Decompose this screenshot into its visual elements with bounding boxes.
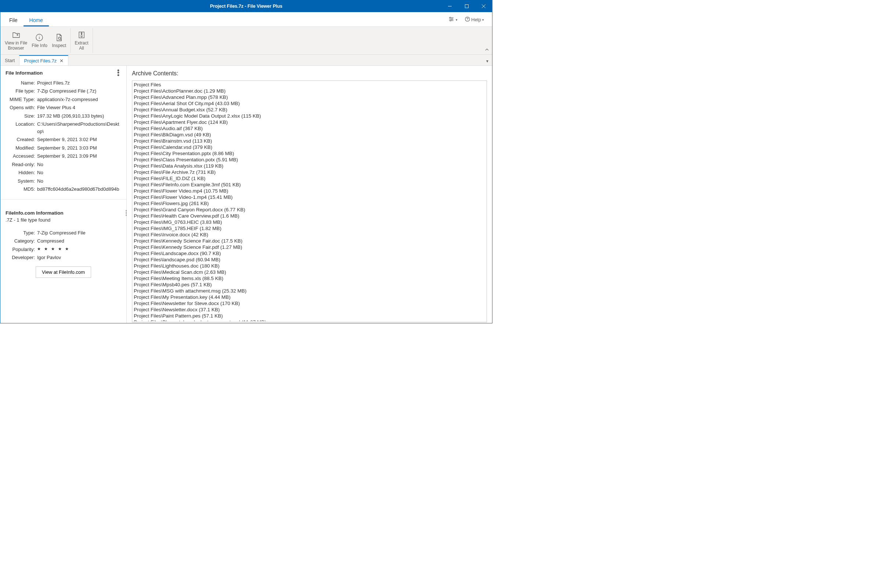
label-accessed: Accessed: [6,153,37,160]
menu-home[interactable]: Home [24,14,49,27]
label-hidden: Hidden: [6,169,37,176]
tabs-overflow-button[interactable]: ▼ [486,59,489,63]
menu-file[interactable]: File [3,14,24,27]
help-dropdown[interactable]: Help ▾ [463,15,486,24]
archive-entry[interactable]: Project Files\ActionPlanner.doc (1.29 MB… [134,88,485,94]
ribbon: View in File Browser File Info Inspect E… [0,27,492,55]
archive-entry[interactable]: Project Files\BlkDiagm.vsd (49 KB) [134,132,485,138]
svg-point-7 [450,17,451,18]
label-fi-developer: Developer: [6,254,37,261]
archive-entry[interactable]: Project Files\Calendar.vsd (379 KB) [134,144,485,150]
archive-entry[interactable]: Project Files\Kennedy Science Fair.pdf (… [134,244,485,250]
label-modified: Modified: [6,144,37,152]
value-readonly: No [37,161,121,168]
archive-entry[interactable]: Project Files\Audio.aif (367 KB) [134,125,485,132]
menubar: File Home ▾ Help ▾ [0,12,492,27]
archive-entry[interactable]: Project Files\Meeting Items.xls (88.5 KB… [134,275,485,282]
close-tab-icon[interactable]: ✕ [60,58,64,63]
fileinfo-heading: FileInfo.com Information [6,210,121,216]
archive-contents-heading: Archive Contents: [132,70,487,77]
archive-entry[interactable]: Project Files\Advanced Plan.mpp (578 KB) [134,94,485,100]
label-system: System: [6,177,37,185]
maximize-button[interactable] [458,0,475,12]
archive-entry[interactable]: Project Files\Data Analysis.xlsx (119 KB… [134,163,485,169]
fileinfo-subtitle: .7Z - 1 file type found [6,217,121,223]
archive-entry[interactable]: Project Files\Brainstm.vsd (113 KB) [134,138,485,144]
archive-entry[interactable]: Project Files\Flowers.jpg (261 KB) [134,200,485,207]
archive-entry[interactable]: Project Files\Grand Canyon Report.docx (… [134,207,485,213]
tab-project-files[interactable]: Project Files.7z ✕ [19,55,68,65]
label-mime: MIME Type: [6,96,37,103]
help-icon [465,16,470,23]
value-accessed: September 9, 2021 3:09 PM [37,153,121,160]
label-size: Size: [6,112,37,120]
titlebar: Project Files.7z - File Viewer Plus [0,0,492,12]
label-created: Created: [6,136,37,143]
left-panel: File Information ••• Name:Project Files.… [0,66,127,323]
chevron-down-icon: ▾ [482,18,484,22]
value-fi-category: Compressed [37,237,121,245]
archive-entry[interactable]: Project Files\IMG_0763.HEIC (3.83 MB) [134,219,485,225]
inspect-icon [55,33,64,42]
archive-entry[interactable]: Project Files\Lighthouses.doc (180 KB) [134,263,485,269]
file-info-button[interactable]: File Info [29,28,50,53]
inspect-button[interactable]: Inspect [50,28,69,53]
close-button[interactable] [475,0,492,12]
value-mime: application/x-7z-compressed [37,96,121,103]
archive-entry[interactable]: Project Files\Paint Pattern.pes (57.1 KB… [134,313,485,319]
archive-entry[interactable]: Project Files\Please take a look at my r… [134,319,485,321]
window-title: Project Files.7z - File Viewer Plus [51,4,441,9]
label-location: Location: [6,120,37,135]
file-information-heading: File Information [6,70,43,76]
archive-entry[interactable]: Project Files\Class Presentation.potx (5… [134,156,485,163]
archive-entry[interactable]: Project Files\My Presentation.key (4.44 … [134,294,485,300]
archive-entry[interactable]: Project Files\FILE_ID.DIZ (1 KB) [134,175,485,182]
view-at-fileinfo-button[interactable]: View at FileInfo.com [36,266,91,278]
archive-entry[interactable]: Project Files\Mpsb40.pes (57.1 KB) [134,282,485,288]
svg-point-15 [58,37,61,39]
value-created: September 9, 2021 3:02 PM [37,136,121,143]
archive-entry[interactable]: Project Files\Medical Scan.dcm (2.63 MB) [134,269,485,275]
archive-entry[interactable]: Project Files\Invoice.docx (42 KB) [134,231,485,238]
archive-entry[interactable]: Project Files\Flower Video.mp4 (10.75 MB… [134,188,485,194]
archive-entry[interactable]: Project Files\FileInfo.com Example.3mf (… [134,182,485,188]
label-fi-type: Type: [6,230,37,237]
archive-entry[interactable]: Project Files\City Presentation.pptx (8.… [134,150,485,156]
svg-point-9 [450,20,451,21]
options-dropdown[interactable]: ▾ [447,15,460,24]
archive-entry[interactable]: Project Files\Kennedy Science Fair.doc (… [134,238,485,244]
svg-point-14 [39,36,40,36]
archive-entry[interactable]: Project Files [134,82,485,88]
value-size: 197.32 MB (206,910,133 bytes) [37,112,121,120]
label-md5: MD5: [6,186,37,193]
extract-all-button[interactable]: Extract All [72,28,91,53]
minimize-button[interactable] [441,0,458,12]
archive-entry[interactable]: Project Files\IMG_1785.HEIF (1.82 MB) [134,225,485,231]
archive-entry[interactable]: Project Files\Newsletter for Steve.docx … [134,300,485,306]
archive-entry[interactable]: Project Files\Newsletter.docx (37.1 KB) [134,306,485,313]
value-opens-with: File Viewer Plus 4 [37,104,121,111]
archive-entry[interactable]: Project Files\AnyLogic Model Data Output… [134,113,485,119]
fileinfo-menu-button[interactable]: ••• [124,210,127,217]
label-readonly: Read-only: [6,161,37,168]
archive-entry[interactable]: Project Files\Apartment Flyer.doc (124 K… [134,119,485,125]
archive-entry[interactable]: Project Files\Annual Budget.xlsx (52.7 K… [134,106,485,113]
archive-entry[interactable]: Project Files\File Archive.7z (731 KB) [134,169,485,175]
archive-entry[interactable]: Project Files\Aerial Shot Of City.mp4 (4… [134,100,485,106]
archive-entry[interactable]: Project Files\Landscape.docx (90.7 KB) [134,250,485,256]
settings-icon [449,16,454,23]
file-info-menu-button[interactable]: ••• [116,69,121,76]
archive-entry[interactable]: Project Files\landscape.psd (60.94 MB) [134,256,485,263]
archive-list[interactable]: Project FilesProject Files\ActionPlanner… [134,82,485,321]
app-window: Project Files.7z - File Viewer Plus File… [0,0,492,323]
archive-entry[interactable]: Project Files\Flower Video-1.mp4 (15.41 … [134,194,485,200]
collapse-ribbon-button[interactable] [485,47,489,53]
view-in-file-browser-button[interactable]: View in File Browser [3,28,29,53]
value-name: Project Files.7z [37,80,121,87]
archive-entry[interactable]: Project Files\MSG with attachment.msg (2… [134,288,485,294]
archive-entry[interactable]: Project Files\Health Care Overview.pdf (… [134,213,485,219]
value-fi-popularity: ★ ★ ★ ★ ★ [37,246,121,253]
archive-contents-box: Project FilesProject Files\ActionPlanner… [132,81,487,322]
value-modified: September 9, 2021 3:03 PM [37,144,121,152]
tab-start[interactable]: Start [0,55,19,65]
